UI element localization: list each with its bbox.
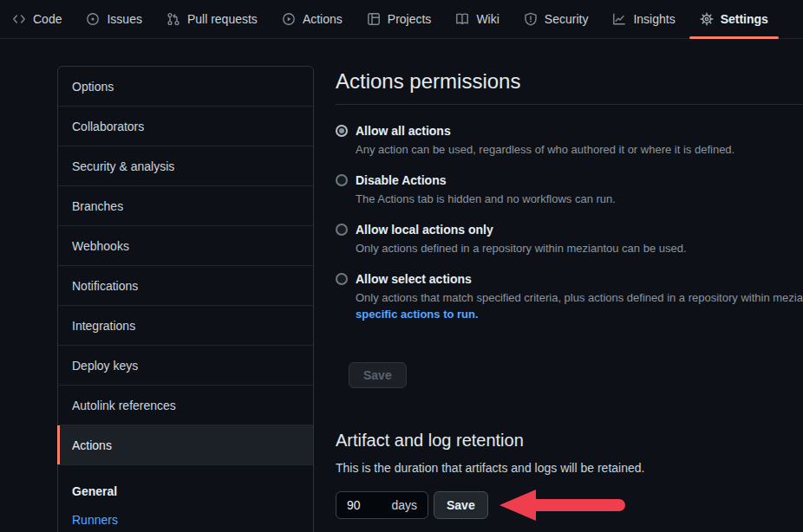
option-description: Any action can be used, regardless of wh…: [356, 142, 803, 158]
sidebar-item-options[interactable]: Options: [58, 67, 313, 107]
tab-label: Wiki: [476, 12, 499, 26]
retention-controls: 90 days Save: [336, 489, 803, 522]
retention-section-title: Artifact and log retention: [336, 429, 803, 451]
option-description: The Actions tab is hidden and no workflo…: [356, 191, 803, 207]
tab-projects[interactable]: Projects: [355, 0, 444, 38]
radio-allow-all-actions[interactable]: [336, 125, 348, 137]
repo-tab-bar: Code Issues Pull requests Actions Projec…: [0, 0, 803, 39]
retention-days-value: 90: [347, 498, 361, 512]
option-allow-local-actions: Allow local actions only Only actions de…: [336, 221, 803, 256]
tab-insights[interactable]: Insights: [600, 0, 687, 38]
tab-label: Code: [33, 12, 62, 26]
sidebar-actions-subsection: General Runners: [58, 465, 313, 532]
tab-security[interactable]: Security: [512, 0, 601, 38]
sidebar-item-autolink-references[interactable]: Autolink references: [58, 386, 313, 425]
sidebar-item-collaborators[interactable]: Collaborators: [58, 107, 313, 146]
tab-actions[interactable]: Actions: [270, 0, 355, 38]
graph-icon: [612, 12, 626, 26]
sidebar-item-deploy-keys[interactable]: Deploy keys: [58, 346, 313, 386]
tab-settings[interactable]: Settings: [688, 0, 780, 38]
sidebar-item-webhooks[interactable]: Webhooks: [58, 226, 313, 266]
book-icon: [455, 12, 469, 26]
code-icon: [12, 12, 26, 26]
settings-sidebar: Options Collaborators Security & analysi…: [57, 66, 314, 532]
retention-days-unit: days: [391, 498, 417, 512]
option-label: Allow local actions only: [356, 223, 493, 237]
option-description: Only actions that match specified criter…: [356, 290, 803, 306]
sidebar-item-actions[interactable]: Actions: [58, 425, 313, 465]
shield-icon: [524, 12, 538, 26]
specific-actions-link[interactable]: specific actions to run.: [356, 307, 479, 322]
tab-wiki[interactable]: Wiki: [443, 0, 511, 38]
option-label: Allow select actions: [356, 272, 472, 286]
sidebar-item-branches[interactable]: Branches: [58, 186, 313, 226]
actions-settings-panel: Actions permissions Allow all actions An…: [336, 66, 803, 522]
red-arrow-annotation: [498, 489, 630, 522]
option-disable-actions: Disable Actions The Actions tab is hidde…: [336, 172, 803, 207]
issue-icon: [86, 12, 100, 26]
play-icon: [282, 12, 296, 26]
tab-issues[interactable]: Issues: [74, 0, 153, 38]
permissions-save-button[interactable]: Save: [349, 362, 407, 388]
pull-request-icon: [166, 12, 180, 26]
retention-description: This is the duration that artifacts and …: [336, 460, 803, 476]
tab-label: Settings: [721, 12, 768, 26]
tab-label: Insights: [633, 12, 675, 26]
sidebar-item-integrations[interactable]: Integrations: [58, 306, 313, 346]
sidebar-item-notifications[interactable]: Notifications: [58, 266, 313, 306]
tab-pull-requests[interactable]: Pull requests: [154, 0, 270, 38]
gear-icon: [700, 12, 714, 26]
tab-label: Pull requests: [187, 12, 258, 26]
radio-allow-select-actions[interactable]: [336, 273, 348, 285]
sidebar-item-security-analysis[interactable]: Security & analysis: [58, 146, 313, 186]
page-title: Actions permissions: [336, 66, 803, 105]
tab-label: Projects: [388, 12, 432, 26]
tab-code[interactable]: Code: [0, 0, 74, 38]
option-description: Only actions defined in a repository wit…: [356, 241, 803, 256]
option-label: Allow all actions: [356, 124, 451, 138]
radio-disable-actions[interactable]: [336, 174, 348, 186]
tab-label: Security: [545, 12, 589, 26]
radio-allow-local-actions[interactable]: [336, 224, 348, 236]
option-allow-all-actions: Allow all actions Any action can be used…: [336, 122, 803, 158]
sidebar-link-runners[interactable]: Runners: [72, 513, 299, 527]
tab-label: Issues: [107, 12, 141, 26]
retention-days-input[interactable]: 90 days: [336, 491, 428, 519]
project-icon: [367, 12, 381, 26]
option-label: Disable Actions: [356, 173, 447, 187]
option-allow-select-actions: Allow select actions Only actions that m…: [336, 270, 803, 322]
actions-permissions-radio-group: Allow all actions Any action can be used…: [336, 122, 803, 322]
retention-save-button[interactable]: Save: [434, 491, 488, 519]
sidebar-subheading-general: General: [72, 484, 299, 498]
tab-label: Actions: [303, 12, 343, 26]
